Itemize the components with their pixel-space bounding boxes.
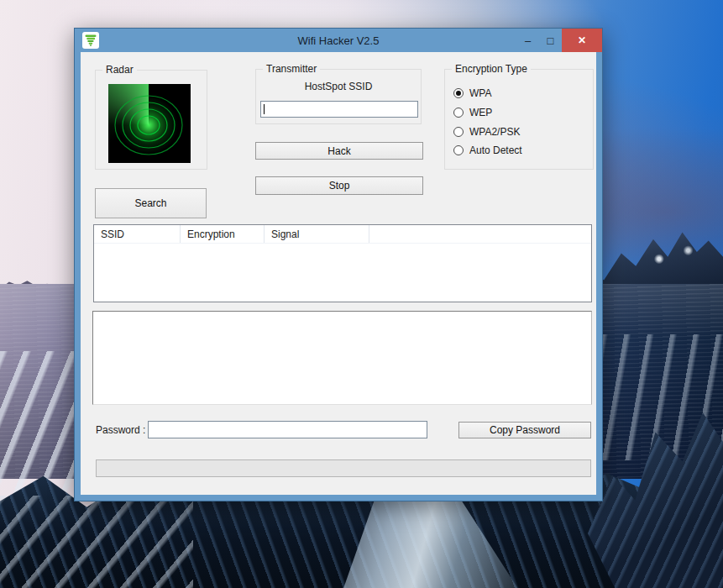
radio-wpa2psk-label: WPA2/PSK <box>469 126 520 138</box>
hack-button[interactable]: Hack <box>255 142 423 160</box>
stop-button[interactable]: Stop <box>255 176 423 195</box>
radio-circle-icon <box>453 145 464 155</box>
radio-auto-detect[interactable]: Auto Detect <box>453 144 522 156</box>
close-icon: ✕ <box>578 34 586 46</box>
listview-body[interactable] <box>94 244 591 302</box>
titlebar[interactable]: Wifi Hacker V2.5 – □ ✕ <box>75 29 602 52</box>
desktop-background: Wifi Hacker V2.5 – □ ✕ Radar <box>0 0 723 588</box>
networks-listview[interactable]: SSID Encryption Signal <box>93 224 592 302</box>
radio-circle-icon <box>453 108 464 118</box>
radio-wep-label: WEP <box>469 107 492 118</box>
app-wifi-icon <box>82 32 99 49</box>
search-button-label: Search <box>134 197 166 209</box>
window-controls: – □ ✕ <box>516 29 602 52</box>
maximize-icon: □ <box>547 34 554 47</box>
listview-header: SSID Encryption Signal <box>94 225 591 244</box>
copy-password-button[interactable]: Copy Password <box>458 422 591 438</box>
column-header-filler <box>369 225 591 243</box>
radar-group-label: Radar <box>102 64 137 76</box>
maximize-button[interactable]: □ <box>539 29 562 52</box>
background-foam <box>0 496 193 588</box>
password-label: Password : <box>96 424 145 436</box>
transmitter-group-label: Transmitter <box>263 63 320 76</box>
search-button[interactable]: Search <box>95 188 207 218</box>
radar-rings <box>108 84 191 163</box>
radio-auto-detect-label: Auto Detect <box>469 144 522 156</box>
encryption-type-groupbox: Encryption Type WPA WEP WPA2/PSK Auto De… <box>444 69 594 170</box>
text-caret <box>264 104 265 114</box>
background-waves-left <box>0 351 81 496</box>
column-header-signal[interactable]: Signal <box>265 225 369 243</box>
hack-button-label: Hack <box>327 145 350 157</box>
hostspot-ssid-label: HostSpot SSID <box>256 81 421 92</box>
app-window: Wifi Hacker V2.5 – □ ✕ Radar <box>74 28 603 501</box>
stop-button-label: Stop <box>329 180 350 192</box>
close-button[interactable]: ✕ <box>562 29 602 52</box>
radio-circle-icon <box>453 88 464 98</box>
minimize-button[interactable]: – <box>516 29 539 52</box>
transmitter-groupbox: Transmitter HostSpot SSID <box>255 69 422 124</box>
copy-password-button-label: Copy Password <box>490 424 560 436</box>
minimize-icon: – <box>525 34 531 47</box>
radio-wpa2psk[interactable]: WPA2/PSK <box>453 126 520 138</box>
output-textbox[interactable] <box>92 311 592 405</box>
column-header-encryption[interactable]: Encryption <box>181 225 265 243</box>
radar-groupbox: Radar <box>95 70 207 170</box>
password-input[interactable] <box>148 421 427 438</box>
progress-bar <box>96 459 591 477</box>
radio-wep[interactable]: WEP <box>453 107 492 118</box>
hostspot-ssid-input[interactable] <box>260 101 418 118</box>
radio-circle-icon <box>453 127 464 137</box>
window-client-area: Radar Search Transmitter <box>81 52 596 495</box>
encryption-group-label: Encryption Type <box>452 63 531 76</box>
radio-wpa[interactable]: WPA <box>453 87 491 99</box>
column-header-ssid[interactable]: SSID <box>94 225 181 243</box>
radio-wpa-label: WPA <box>469 87 491 99</box>
radar-display <box>108 84 191 163</box>
